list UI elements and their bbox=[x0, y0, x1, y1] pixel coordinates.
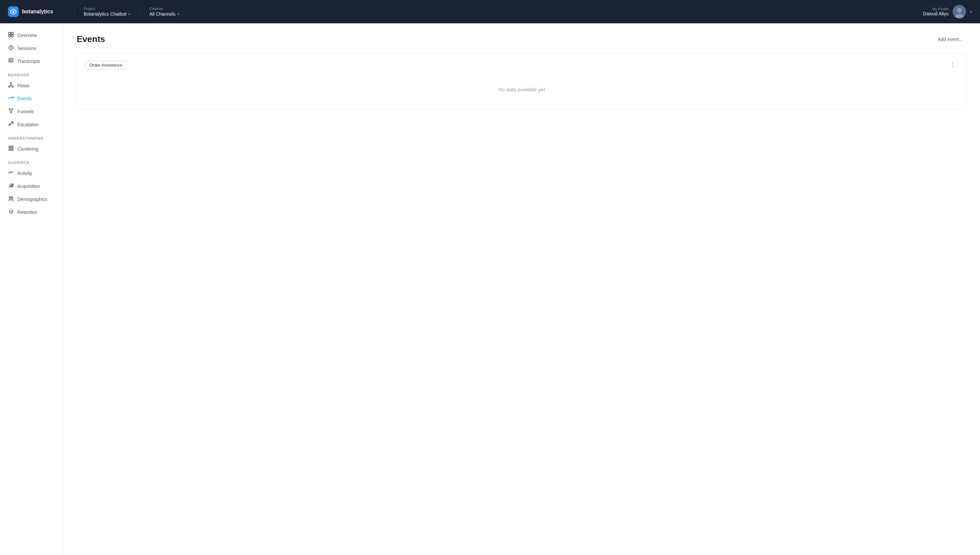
demographics-icon bbox=[8, 196, 14, 202]
overview-icon bbox=[8, 32, 14, 38]
brand-logo: botanalytics bbox=[8, 6, 71, 17]
escalation-icon bbox=[8, 121, 14, 128]
svg-rect-8 bbox=[11, 35, 13, 37]
sessions-icon bbox=[8, 45, 14, 51]
profile-info: My Profile Dawud Aliyu bbox=[923, 7, 949, 16]
sidebar-label-escalation: Escalation bbox=[17, 122, 39, 127]
svg-rect-7 bbox=[9, 35, 11, 37]
nav-divider-2 bbox=[140, 5, 140, 18]
svg-marker-18 bbox=[9, 109, 13, 113]
brand-name: botanalytics bbox=[22, 9, 53, 14]
event-card: Order Assistance ⋮ No data available yet bbox=[77, 54, 967, 109]
events-icon bbox=[8, 95, 14, 102]
event-tag[interactable]: Order Assistance bbox=[85, 61, 127, 69]
svg-rect-5 bbox=[9, 32, 11, 34]
main-layout: Overview Sessions Transcripts BEHAVIOR F… bbox=[0, 23, 980, 555]
nav-divider-1 bbox=[74, 5, 74, 18]
channel-chevron-icon: ▾ bbox=[178, 12, 179, 16]
audience-section-label: AUDIENCE bbox=[0, 155, 63, 167]
acquisition-icon bbox=[8, 183, 14, 189]
channel-label: Channel bbox=[149, 6, 196, 11]
sidebar-item-demographics[interactable]: Demographics bbox=[0, 192, 63, 205]
channel-value: All Channels ▾ bbox=[149, 11, 196, 17]
sidebar: Overview Sessions Transcripts BEHAVIOR F… bbox=[0, 23, 63, 555]
project-value: Botanalytics Chatbot ▾ bbox=[84, 11, 130, 17]
sidebar-item-activity[interactable]: Activity bbox=[0, 167, 63, 180]
sidebar-item-events[interactable]: Events bbox=[0, 92, 63, 105]
event-card-header: Order Assistance ⋮ bbox=[85, 61, 958, 69]
project-chevron-icon: ▾ bbox=[129, 12, 130, 16]
profile-section[interactable]: My Profile Dawud Aliyu ▾ bbox=[923, 5, 972, 18]
retention-icon bbox=[8, 209, 14, 215]
clustering-icon bbox=[8, 146, 14, 152]
sidebar-label-overview: Overview bbox=[17, 33, 37, 38]
flows-icon bbox=[8, 82, 14, 88]
sidebar-item-escalation[interactable]: Escalation bbox=[0, 118, 63, 131]
sidebar-label-sessions: Sessions bbox=[17, 46, 36, 51]
svg-rect-6 bbox=[11, 32, 13, 34]
sidebar-item-clustering[interactable]: Clustering bbox=[0, 142, 63, 155]
add-event-button[interactable]: Add event... bbox=[933, 35, 967, 44]
sidebar-item-overview[interactable]: Overview bbox=[0, 29, 63, 42]
svg-point-22 bbox=[10, 147, 12, 149]
sidebar-label-demographics: Demographics bbox=[17, 197, 47, 202]
avatar bbox=[953, 5, 966, 18]
sidebar-item-flows[interactable]: Flows bbox=[0, 79, 63, 92]
sidebar-label-funnels: Funnels bbox=[17, 109, 34, 114]
behavior-section-label: BEHAVIOR bbox=[0, 67, 63, 79]
page-header: Events Add event... bbox=[77, 34, 967, 44]
svg-point-23 bbox=[9, 146, 13, 150]
funnels-icon bbox=[8, 108, 14, 115]
sidebar-item-acquisition[interactable]: Acquisition bbox=[0, 180, 63, 192]
event-options-button[interactable]: ⋮ bbox=[947, 61, 958, 69]
profile-chevron-icon: ▾ bbox=[970, 10, 972, 14]
svg-point-28 bbox=[9, 197, 11, 199]
svg-line-17 bbox=[11, 85, 13, 86]
sidebar-item-retention[interactable]: Retention bbox=[0, 205, 63, 218]
sidebar-item-transcripts[interactable]: Transcripts bbox=[0, 55, 63, 67]
sidebar-label-transcripts: Transcripts bbox=[17, 59, 40, 64]
project-dropdown[interactable]: Project Botanalytics Chatbot ▾ bbox=[77, 6, 137, 17]
no-data-message: No data available yet bbox=[85, 80, 958, 102]
profile-name: Dawud Aliyu bbox=[923, 11, 949, 16]
channel-dropdown[interactable]: Channel All Channels ▾ bbox=[143, 6, 202, 17]
svg-point-3 bbox=[957, 8, 962, 13]
page-title: Events bbox=[77, 34, 105, 44]
sidebar-label-flows: Flows bbox=[17, 83, 30, 88]
svg-point-25 bbox=[10, 184, 12, 186]
profile-label: My Profile bbox=[932, 7, 949, 11]
sidebar-item-sessions[interactable]: Sessions bbox=[0, 42, 63, 55]
svg-point-29 bbox=[11, 197, 13, 199]
svg-point-1 bbox=[12, 11, 14, 13]
top-navigation: botanalytics Project Botanalytics Chatbo… bbox=[0, 0, 980, 23]
sidebar-label-acquisition: Acquisition bbox=[17, 184, 40, 189]
sidebar-item-funnels[interactable]: Funnels bbox=[0, 105, 63, 118]
understanding-section-label: UNDERSTANDING bbox=[0, 131, 63, 142]
main-content: Events Add event... Order Assistance ⋮ N… bbox=[63, 23, 980, 555]
sidebar-label-activity: Activity bbox=[17, 170, 32, 176]
brand-icon bbox=[8, 6, 19, 17]
sidebar-label-events: Events bbox=[17, 96, 32, 101]
transcripts-icon bbox=[8, 58, 14, 64]
activity-icon bbox=[8, 170, 14, 176]
sidebar-label-retention: Retention bbox=[17, 210, 37, 215]
project-label: Project bbox=[84, 6, 130, 11]
sidebar-label-clustering: Clustering bbox=[17, 146, 39, 152]
